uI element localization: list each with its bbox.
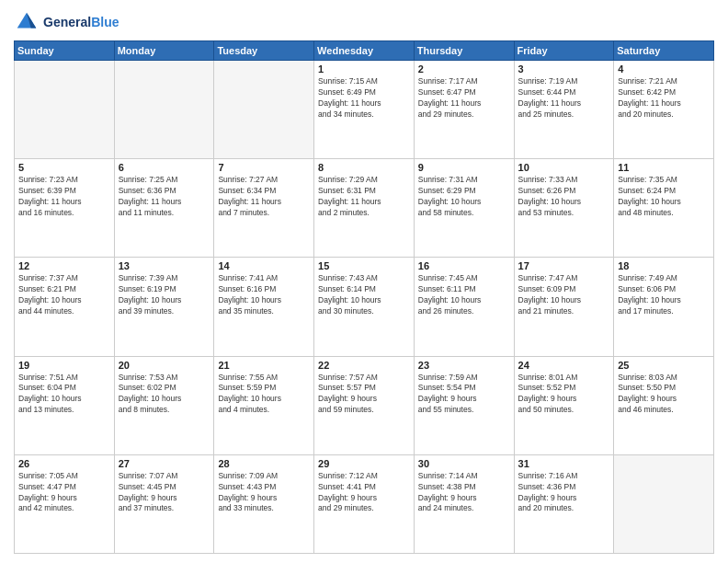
weekday-header-friday: Friday (514, 41, 614, 61)
day-number: 18 (618, 260, 710, 271)
calendar-cell: 12Sunrise: 7:37 AM Sunset: 6:21 PM Dayli… (15, 258, 115, 356)
logo-icon (14, 9, 40, 35)
day-number: 27 (119, 458, 210, 469)
weekday-header-sunday: Sunday (15, 41, 115, 61)
calendar-cell (614, 454, 714, 553)
day-info: Sunrise: 7:09 AM Sunset: 4:43 PM Dayligh… (218, 471, 310, 515)
week-row-3: 12Sunrise: 7:37 AM Sunset: 6:21 PM Dayli… (15, 258, 714, 356)
calendar-cell: 8Sunrise: 7:29 AM Sunset: 6:31 PM Daylig… (314, 159, 415, 258)
weekday-header-saturday: Saturday (614, 41, 714, 61)
calendar-cell: 6Sunrise: 7:25 AM Sunset: 6:36 PM Daylig… (114, 159, 214, 258)
day-number: 19 (18, 360, 110, 371)
calendar-cell: 22Sunrise: 7:57 AM Sunset: 5:57 PM Dayli… (314, 356, 415, 454)
day-info: Sunrise: 7:43 AM Sunset: 6:14 PM Dayligh… (318, 273, 410, 317)
day-info: Sunrise: 7:39 AM Sunset: 6:19 PM Dayligh… (119, 273, 210, 317)
calendar-cell: 17Sunrise: 7:47 AM Sunset: 6:09 PM Dayli… (514, 258, 614, 356)
day-info: Sunrise: 7:27 AM Sunset: 6:34 PM Dayligh… (218, 175, 310, 219)
calendar-cell (114, 61, 214, 159)
day-info: Sunrise: 7:35 AM Sunset: 6:24 PM Dayligh… (618, 175, 710, 219)
calendar-cell (15, 61, 115, 159)
day-info: Sunrise: 7:15 AM Sunset: 6:49 PM Dayligh… (318, 76, 410, 121)
logo-text: GeneralBlue (43, 15, 119, 30)
day-number: 20 (119, 360, 210, 371)
day-number: 28 (218, 458, 310, 469)
day-number: 9 (418, 162, 510, 173)
calendar-cell: 13Sunrise: 7:39 AM Sunset: 6:19 PM Dayli… (114, 258, 214, 356)
calendar-cell: 29Sunrise: 7:12 AM Sunset: 4:41 PM Dayli… (314, 454, 415, 553)
week-row-1: 1Sunrise: 7:15 AM Sunset: 6:49 PM Daylig… (15, 61, 714, 159)
calendar-cell: 15Sunrise: 7:43 AM Sunset: 6:14 PM Dayli… (314, 258, 415, 356)
day-info: Sunrise: 8:01 AM Sunset: 5:52 PM Dayligh… (518, 373, 610, 417)
day-number: 25 (618, 360, 710, 371)
day-number: 4 (618, 63, 710, 75)
day-number: 15 (318, 260, 410, 271)
calendar-cell: 23Sunrise: 7:59 AM Sunset: 5:54 PM Dayli… (414, 356, 514, 454)
day-info: Sunrise: 7:53 AM Sunset: 6:02 PM Dayligh… (119, 373, 210, 417)
day-number: 21 (218, 360, 310, 371)
calendar-table: SundayMondayTuesdayWednesdayThursdayFrid… (14, 40, 714, 554)
calendar-cell: 10Sunrise: 7:33 AM Sunset: 6:26 PM Dayli… (514, 159, 614, 258)
weekday-header-wednesday: Wednesday (314, 41, 415, 61)
day-info: Sunrise: 7:23 AM Sunset: 6:39 PM Dayligh… (18, 175, 110, 219)
day-info: Sunrise: 7:19 AM Sunset: 6:44 PM Dayligh… (518, 76, 610, 121)
day-info: Sunrise: 7:45 AM Sunset: 6:11 PM Dayligh… (418, 273, 510, 317)
calendar-cell: 26Sunrise: 7:05 AM Sunset: 4:47 PM Dayli… (15, 454, 115, 553)
day-info: Sunrise: 7:17 AM Sunset: 6:47 PM Dayligh… (418, 76, 510, 121)
calendar-cell: 1Sunrise: 7:15 AM Sunset: 6:49 PM Daylig… (314, 61, 415, 159)
day-number: 31 (518, 458, 610, 469)
calendar-cell: 30Sunrise: 7:14 AM Sunset: 4:38 PM Dayli… (414, 454, 514, 553)
calendar-cell: 7Sunrise: 7:27 AM Sunset: 6:34 PM Daylig… (214, 159, 314, 258)
day-number: 13 (119, 260, 210, 271)
day-info: Sunrise: 8:03 AM Sunset: 5:50 PM Dayligh… (618, 373, 710, 417)
day-number: 26 (18, 458, 110, 469)
calendar-cell (214, 61, 314, 159)
day-info: Sunrise: 7:49 AM Sunset: 6:06 PM Dayligh… (618, 273, 710, 317)
day-info: Sunrise: 7:14 AM Sunset: 4:38 PM Dayligh… (418, 471, 510, 515)
day-number: 29 (318, 458, 410, 469)
day-number: 1 (318, 63, 410, 75)
day-number: 11 (618, 162, 710, 173)
calendar-cell: 25Sunrise: 8:03 AM Sunset: 5:50 PM Dayli… (614, 356, 714, 454)
day-info: Sunrise: 7:25 AM Sunset: 6:36 PM Dayligh… (119, 175, 210, 219)
calendar-cell: 18Sunrise: 7:49 AM Sunset: 6:06 PM Dayli… (614, 258, 714, 356)
day-info: Sunrise: 7:37 AM Sunset: 6:21 PM Dayligh… (18, 273, 110, 317)
week-row-2: 5Sunrise: 7:23 AM Sunset: 6:39 PM Daylig… (15, 159, 714, 258)
day-number: 6 (119, 162, 210, 173)
day-info: Sunrise: 7:57 AM Sunset: 5:57 PM Dayligh… (318, 373, 410, 417)
day-info: Sunrise: 7:12 AM Sunset: 4:41 PM Dayligh… (318, 471, 410, 515)
calendar-cell: 4Sunrise: 7:21 AM Sunset: 6:42 PM Daylig… (614, 61, 714, 159)
day-number: 24 (518, 360, 610, 371)
weekday-header-thursday: Thursday (414, 41, 514, 61)
calendar-cell: 20Sunrise: 7:53 AM Sunset: 6:02 PM Dayli… (114, 356, 214, 454)
day-info: Sunrise: 7:59 AM Sunset: 5:54 PM Dayligh… (418, 373, 510, 417)
calendar-cell: 14Sunrise: 7:41 AM Sunset: 6:16 PM Dayli… (214, 258, 314, 356)
calendar-cell: 9Sunrise: 7:31 AM Sunset: 6:29 PM Daylig… (414, 159, 514, 258)
day-number: 30 (418, 458, 510, 469)
logo: GeneralBlue (14, 9, 119, 35)
day-number: 10 (518, 162, 610, 173)
calendar-cell: 21Sunrise: 7:55 AM Sunset: 5:59 PM Dayli… (214, 356, 314, 454)
day-info: Sunrise: 7:16 AM Sunset: 4:36 PM Dayligh… (518, 471, 610, 515)
day-info: Sunrise: 7:33 AM Sunset: 6:26 PM Dayligh… (518, 175, 610, 219)
day-number: 2 (418, 63, 510, 75)
day-number: 5 (18, 162, 110, 173)
day-info: Sunrise: 7:51 AM Sunset: 6:04 PM Dayligh… (18, 373, 110, 417)
day-number: 23 (418, 360, 510, 371)
day-number: 16 (418, 260, 510, 271)
calendar-cell: 27Sunrise: 7:07 AM Sunset: 4:45 PM Dayli… (114, 454, 214, 553)
calendar-cell: 3Sunrise: 7:19 AM Sunset: 6:44 PM Daylig… (514, 61, 614, 159)
day-info: Sunrise: 7:29 AM Sunset: 6:31 PM Dayligh… (318, 175, 410, 219)
calendar-cell: 19Sunrise: 7:51 AM Sunset: 6:04 PM Dayli… (15, 356, 115, 454)
day-number: 22 (318, 360, 410, 371)
calendar-cell: 16Sunrise: 7:45 AM Sunset: 6:11 PM Dayli… (414, 258, 514, 356)
day-info: Sunrise: 7:47 AM Sunset: 6:09 PM Dayligh… (518, 273, 610, 317)
day-number: 8 (318, 162, 410, 173)
day-info: Sunrise: 7:41 AM Sunset: 6:16 PM Dayligh… (218, 273, 310, 317)
page: GeneralBlue SundayMondayTuesdayWednesday… (0, 0, 728, 563)
weekday-header-tuesday: Tuesday (214, 41, 314, 61)
day-number: 14 (218, 260, 310, 271)
weekday-header-row: SundayMondayTuesdayWednesdayThursdayFrid… (15, 41, 714, 61)
calendar-cell: 2Sunrise: 7:17 AM Sunset: 6:47 PM Daylig… (414, 61, 514, 159)
day-number: 3 (518, 63, 610, 75)
week-row-5: 26Sunrise: 7:05 AM Sunset: 4:47 PM Dayli… (15, 454, 714, 553)
